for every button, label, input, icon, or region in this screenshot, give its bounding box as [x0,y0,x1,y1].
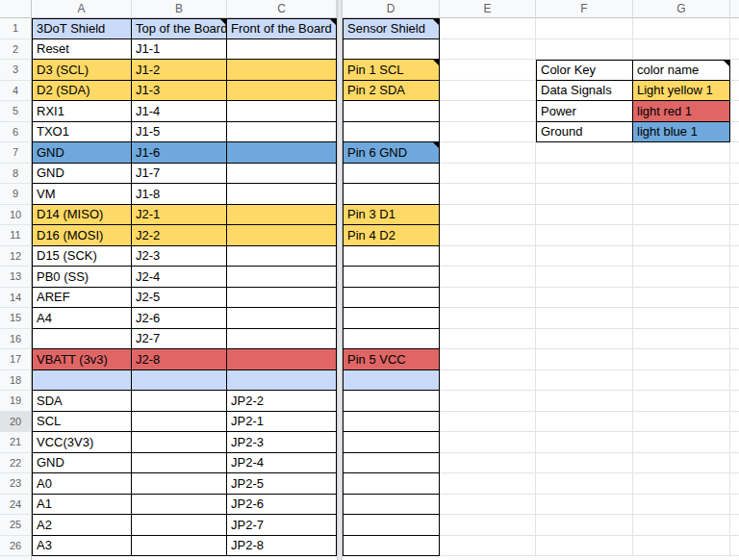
cell-C17[interactable] [227,349,337,370]
cell-G8[interactable] [633,164,730,185]
cell-E19[interactable] [440,391,536,412]
row-header-24[interactable]: 24 [0,495,32,516]
cell-C4[interactable] [227,81,337,102]
cell-G15[interactable] [633,308,730,329]
cell-G4[interactable]: Light yellow 1 [633,81,730,102]
cell-F25[interactable] [536,515,633,536]
cell-A13[interactable]: PB0 (SS) [32,267,132,288]
cell-E10[interactable] [440,205,536,226]
cell-F3[interactable]: Color Key [536,60,633,81]
cell-A17[interactable]: VBATT (3v3) [32,349,132,370]
cell-E7[interactable] [440,142,536,164]
cell-C20[interactable]: JP2-1 [227,412,337,433]
cell-G20[interactable] [633,412,730,433]
cell-C15[interactable] [227,308,337,329]
cell-G5[interactable]: light red 1 [633,101,730,122]
cell-C14[interactable] [227,288,337,309]
row-header-13[interactable]: 13 [0,267,32,288]
cell-B26[interactable] [132,536,227,557]
cell-B6[interactable]: J1-5 [132,122,227,143]
cell-G10[interactable] [633,205,730,226]
cell-F2[interactable] [536,39,633,61]
cell-E12[interactable] [440,246,536,267]
cell-E14[interactable] [440,288,536,309]
row-header-14[interactable]: 14 [0,288,32,309]
row-header-21[interactable]: 21 [0,432,32,453]
cell-F13[interactable] [536,267,633,288]
cell-C3[interactable] [227,60,337,81]
row-header-9[interactable]: 9 [0,184,32,205]
cell-D26[interactable] [343,536,440,557]
cell-G22[interactable] [633,453,730,474]
row-header-6[interactable]: 6 [0,122,32,143]
cell-B21[interactable] [132,432,227,453]
cell-F22[interactable] [536,453,633,474]
cell-F12[interactable] [536,246,633,267]
cell-E22[interactable] [440,453,536,474]
cell-B8[interactable]: J1-7 [132,164,227,185]
cell-B19[interactable] [132,391,227,412]
cell-F24[interactable] [536,495,633,516]
cell-B14[interactable]: J2-5 [132,288,227,309]
cell-C19[interactable]: JP2-2 [227,391,337,412]
cell-A15[interactable]: A4 [32,308,132,329]
cell-A1[interactable]: 3DoT Shield [32,18,132,39]
cell-B25[interactable] [132,515,227,536]
row-header-19[interactable]: 19 [0,391,32,412]
cell-A11[interactable]: D16 (MOSI) [32,225,132,246]
cell-A26[interactable]: A3 [32,536,132,557]
cell-G17[interactable] [633,349,730,370]
cell-B24[interactable] [132,495,227,516]
cell-A2[interactable]: Reset [32,39,132,61]
cell-G7[interactable] [633,142,730,164]
cell-E4[interactable] [440,81,536,102]
cell-C12[interactable] [227,246,337,267]
cell-G26[interactable] [633,536,730,557]
cell-C6[interactable] [227,122,337,143]
cell-F21[interactable] [536,432,633,453]
cell-F20[interactable] [536,412,633,433]
cell-E20[interactable] [440,412,536,433]
row-header-2[interactable]: 2 [0,39,32,61]
cell-D6[interactable] [343,122,440,143]
cell-E15[interactable] [440,308,536,329]
cell-D25[interactable] [343,515,440,536]
cell-F17[interactable] [536,349,633,370]
cell-B15[interactable]: J2-6 [132,308,227,329]
cell-G12[interactable] [633,246,730,267]
cell-E9[interactable] [440,184,536,205]
row-header-3[interactable]: 3 [0,60,32,81]
cell-G24[interactable] [633,495,730,516]
cell-A7[interactable]: GND [32,142,132,164]
cell-D5[interactable] [343,101,440,122]
cell-C9[interactable] [227,184,337,205]
cell-D9[interactable] [343,184,440,205]
cell-B18[interactable] [132,370,227,392]
cell-D24[interactable] [343,495,440,516]
cell-G13[interactable] [633,267,730,288]
cell-D16[interactable] [343,329,440,350]
cell-C23[interactable]: JP2-5 [227,473,337,495]
cell-D10[interactable]: Pin 3 D1 [343,205,440,226]
cell-B12[interactable]: J2-3 [132,246,227,267]
cell-G16[interactable] [633,329,730,350]
cell-F11[interactable] [536,225,633,246]
cell-F9[interactable] [536,184,633,205]
cell-A18[interactable] [32,370,132,392]
cell-B23[interactable] [132,473,227,495]
cell-G2[interactable] [633,39,730,61]
row-header-1[interactable]: 1 [0,18,32,39]
cell-E13[interactable] [440,267,536,288]
cell-E5[interactable] [440,101,536,122]
row-header-22[interactable]: 22 [0,453,32,474]
cell-B9[interactable]: J1-8 [132,184,227,205]
cell-F26[interactable] [536,536,633,557]
column-header-D[interactable]: D [343,0,440,18]
cell-E11[interactable] [440,225,536,246]
cell-F6[interactable]: Ground [536,122,633,143]
row-header-8[interactable]: 8 [0,164,32,185]
row-header-20[interactable]: 20 [0,412,32,433]
cell-F10[interactable] [536,205,633,226]
cell-B13[interactable]: J2-4 [132,267,227,288]
cell-F1[interactable] [536,18,633,39]
